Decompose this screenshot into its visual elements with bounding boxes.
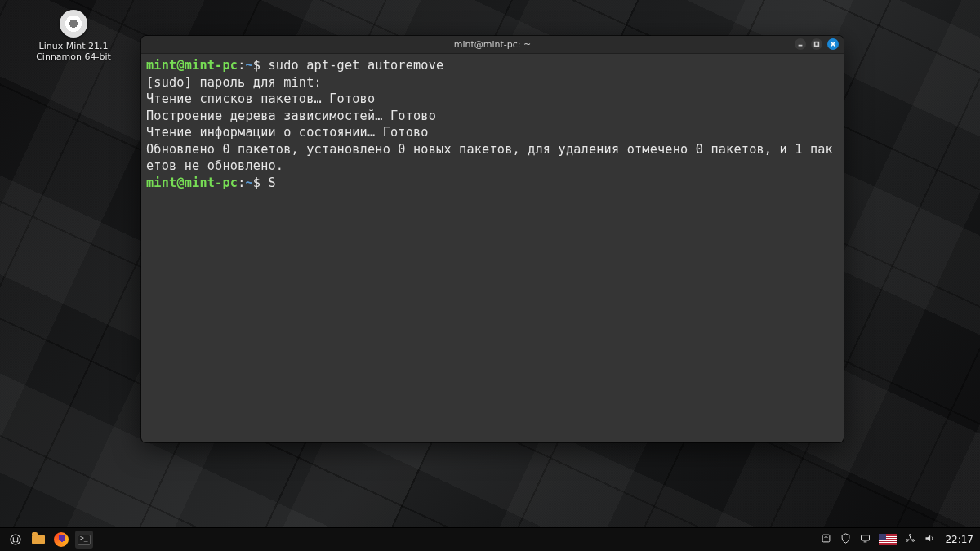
terminal-window[interactable]: mint@mint-pc: ~ mint@mint-pc:~$ sudo apt… [141,36,844,442]
taskbar[interactable]: 22:17 [0,527,980,551]
menu-button[interactable] [7,531,24,549]
svg-point-7 [910,535,912,537]
minimize-button[interactable] [795,38,806,50]
files-launcher[interactable] [29,531,47,549]
close-button[interactable] [827,38,839,50]
firefox-icon [54,532,69,547]
output-line: Чтение списков пакетов… Готово [146,91,375,106]
firefox-launcher[interactable] [52,531,70,549]
display-tray-icon[interactable] [859,532,871,547]
updates-tray-icon[interactable] [820,532,832,547]
prompt-path: ~ [245,176,252,190]
desktop-icon-label-line2: Cinnamon 64-bit [34,51,113,62]
svg-rect-1 [815,42,819,47]
output-line: [sudo] пароль для mint: [146,75,322,90]
svg-rect-6 [862,535,870,540]
window-titlebar[interactable]: mint@mint-pc: ~ [141,36,844,54]
prompt-user: mint [146,58,176,73]
output-line: Построение дерева зависимостей… Готово [146,109,436,123]
disc-icon [60,10,87,38]
prompt-path: ~ [245,58,252,73]
terminal-launcher[interactable] [75,531,93,549]
taskbar-clock[interactable]: 22:17 [945,534,973,545]
terminal-icon [78,535,91,545]
desktop-icon-label-line1: Linux Mint 21.1 [34,41,113,51]
terminal-body[interactable]: mint@mint-pc:~$ sudo apt-get autoremove … [141,54,844,442]
prompt-host: mint-pc [185,58,238,73]
prompt-user: mint [146,176,176,190]
folder-icon [32,535,45,544]
keyboard-layout-flag-icon[interactable] [879,534,897,545]
command-1: sudo apt-get autoremove [269,58,444,73]
volume-tray-icon[interactable] [924,532,936,547]
network-tray-icon[interactable] [904,532,916,547]
prompt-host: mint-pc [185,176,238,190]
command-2: S [269,176,276,190]
output-line: Чтение информации о состоянии… Готово [146,125,429,140]
maximize-button[interactable] [811,38,822,50]
shield-tray-icon[interactable] [840,532,852,547]
output-line: Обновлено 0 пакетов, установлено 0 новых… [146,142,833,174]
window-title: mint@mint-pc: ~ [454,39,532,50]
svg-point-4 [11,535,20,544]
desktop-icon-install[interactable]: Linux Mint 21.1 Cinnamon 64-bit [34,10,113,62]
